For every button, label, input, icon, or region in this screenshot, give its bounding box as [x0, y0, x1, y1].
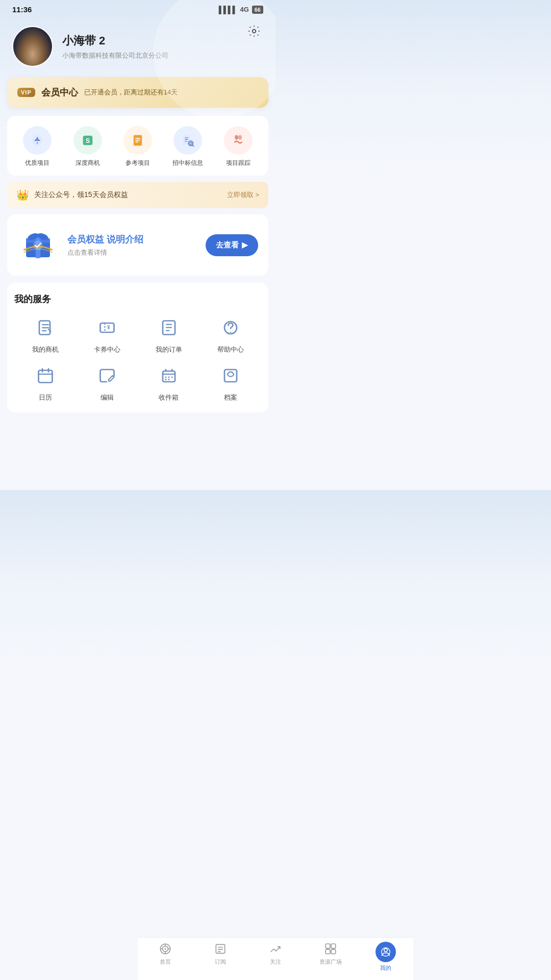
services-section: 我的服务 我的商机 ¥ — [7, 283, 268, 412]
deep-business-label: 深度商机 — [76, 159, 100, 167]
quality-projects-icon — [23, 126, 52, 155]
help-icon — [217, 314, 244, 341]
service-7[interactable]: 收件箱 — [138, 362, 199, 402]
user-text: 小海带 2 小海带数据科技有限公司北京分公司 — [62, 33, 168, 60]
benefits-title: 会员权益 说明介绍 — [67, 233, 196, 246]
svg-rect-12 — [185, 141, 188, 141]
services-grid: 我的商机 ¥ 卡券中心 — [14, 314, 261, 402]
benefits-title-plain: 说明介绍 — [107, 234, 143, 244]
service-8-label: 档案 — [224, 393, 237, 402]
service-7-label: 收件箱 — [159, 393, 179, 402]
vip-card[interactable]: VIP 会员中心 已开通会员，距离过期还有14天 — [7, 77, 268, 108]
go-arrow-icon: ▶ — [242, 240, 248, 250]
follow-text: 关注公众号，领15天会员权益 — [34, 190, 128, 200]
quality-projects-label: 优质项目 — [25, 159, 49, 167]
profile-area: 小海带 2 小海带数据科技有限公司北京分公司 — [0, 17, 276, 77]
follow-left: 👑 关注公众号，领15天会员权益 — [16, 189, 128, 201]
status-icons: ▌▌▌▌ 4G 66 — [219, 6, 263, 14]
svg-point-17 — [238, 135, 242, 140]
profile-info: 小海带 2 小海带数据科技有限公司北京分公司 — [12, 26, 263, 67]
quick-actions: 优质项目 S 深度商机 — [7, 116, 268, 176]
crown-icon: 👑 — [16, 189, 29, 201]
follow-banner[interactable]: 👑 关注公众号，领15天会员权益 立即领取 > — [7, 182, 268, 208]
svg-line-14 — [193, 145, 194, 146]
svg-point-16 — [235, 135, 238, 140]
vip-badge: VIP — [17, 88, 35, 97]
time-display: 11:36 — [12, 5, 32, 14]
service-5-icon — [32, 362, 59, 389]
benefits-card[interactable]: 会员权益 说明介绍 点击查看详情 去查看 ▶ — [7, 214, 268, 276]
service-6-label: 编辑 — [101, 393, 114, 402]
my-business-icon — [32, 314, 59, 341]
svg-rect-34 — [38, 371, 52, 383]
project-tracking-icon — [224, 126, 253, 155]
project-tracking-label: 项目跟踪 — [226, 159, 251, 167]
vip-description: 已开通会员，距离过期还有14天 — [84, 88, 258, 97]
bid-info-label: 招中标信息 — [172, 159, 203, 167]
network-type: 4G — [240, 6, 248, 13]
my-orders-icon — [156, 314, 182, 341]
my-business-label: 我的商机 — [32, 345, 59, 354]
service-5-label: 日历 — [39, 393, 52, 402]
svg-rect-29 — [166, 324, 172, 325]
user-name: 小海带 2 — [62, 33, 168, 48]
settings-button[interactable] — [245, 22, 263, 40]
vip-title: 会员中心 — [41, 86, 78, 99]
benefits-subtitle: 点击查看详情 — [67, 248, 196, 257]
main-content: VIP 会员中心 已开通会员，距离过期还有14天 优质项目 — [0, 77, 276, 464]
service-coupon[interactable]: ¥ 卡券中心 — [76, 314, 138, 354]
svg-rect-8 — [135, 141, 138, 142]
service-5[interactable]: 日历 — [14, 362, 76, 402]
action-item-quality-projects[interactable]: 优质项目 — [12, 126, 62, 167]
action-item-project-tracking[interactable]: 项目跟踪 — [213, 126, 263, 167]
follow-cta[interactable]: 立即领取 > — [227, 190, 259, 200]
bid-info-icon — [173, 126, 202, 155]
action-item-reference-projects[interactable]: 参考项目 — [113, 126, 163, 167]
svg-rect-11 — [185, 139, 189, 140]
svg-rect-10 — [185, 137, 189, 138]
quick-actions-grid: 优质项目 S 深度商机 — [12, 126, 263, 167]
avatar[interactable] — [12, 26, 53, 67]
signal-icon: ▌▌▌▌ — [219, 6, 237, 14]
user-company: 小海带数据科技有限公司北京分公司 — [62, 51, 168, 60]
service-6[interactable]: 编辑 — [76, 362, 138, 402]
benefits-title-colored: 会员权益 — [67, 234, 104, 244]
battery-indicator: 66 — [252, 6, 263, 14]
go-button[interactable]: 去查看 ▶ — [206, 234, 258, 256]
service-my-orders[interactable]: 我的订单 — [138, 314, 199, 354]
service-help[interactable]: 帮助中心 — [199, 314, 261, 354]
svg-rect-31 — [166, 330, 170, 331]
benefits-illustration — [17, 225, 58, 265]
services-title: 我的服务 — [14, 293, 261, 305]
service-8[interactable]: 档案 — [199, 362, 261, 402]
service-6-icon — [94, 362, 120, 389]
coupon-label: 卡券中心 — [94, 345, 120, 354]
svg-text:¥: ¥ — [107, 324, 110, 330]
service-7-icon — [156, 362, 182, 389]
svg-rect-6 — [135, 138, 140, 139]
svg-point-0 — [253, 30, 256, 33]
my-orders-label: 我的订单 — [156, 345, 182, 354]
benefits-text: 会员权益 说明介绍 点击查看详情 — [67, 233, 196, 257]
reference-projects-label: 参考项目 — [126, 159, 150, 167]
svg-text:S: S — [85, 137, 90, 144]
coupon-icon: ¥ — [94, 314, 120, 341]
svg-rect-7 — [135, 140, 140, 141]
status-bar: 11:36 ▌▌▌▌ 4G 66 — [0, 0, 276, 17]
action-item-bid-info[interactable]: 招中标信息 — [163, 126, 213, 167]
service-8-icon — [217, 362, 244, 389]
action-item-deep-business[interactable]: S 深度商机 — [62, 126, 112, 167]
go-button-label: 去查看 — [216, 240, 239, 250]
svg-rect-30 — [166, 327, 172, 328]
service-my-business[interactable]: 我的商机 — [14, 314, 76, 354]
reference-projects-icon — [123, 126, 152, 155]
svg-point-33 — [230, 332, 231, 333]
deep-business-icon: S — [73, 126, 102, 155]
help-label: 帮助中心 — [217, 345, 244, 354]
